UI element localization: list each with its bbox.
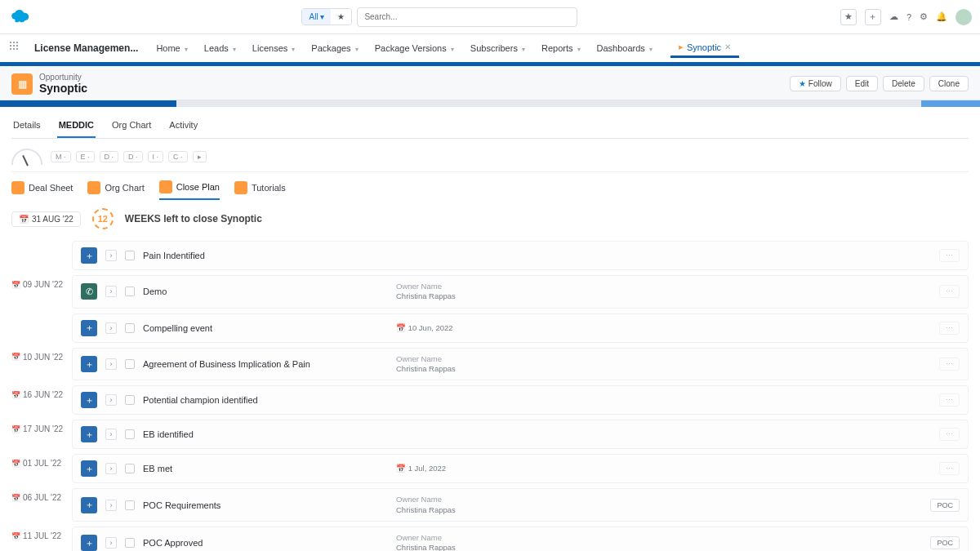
close-plan-card[interactable]: ＋›Pain Indentified⋯ xyxy=(72,241,969,270)
edit-button[interactable]: Edit xyxy=(846,76,878,91)
subtab-dealsheet[interactable]: Deal Sheet xyxy=(11,177,73,200)
close-plan-card[interactable]: ＋›POC ApprovedOwner NameChristina Rappas… xyxy=(72,527,969,551)
expand-icon[interactable]: › xyxy=(105,358,117,370)
nav-item[interactable]: Licenses ▾ xyxy=(246,38,301,58)
task-checkbox[interactable] xyxy=(125,251,135,260)
record-type: Opportunity xyxy=(39,73,87,82)
global-search-input[interactable] xyxy=(357,7,577,27)
row-date: 📅 16 JUN '22 xyxy=(11,385,64,399)
card-menu-icon[interactable]: ⋯ xyxy=(939,428,960,441)
record-name: Synoptic xyxy=(39,82,87,95)
nav-item[interactable]: Packages ▾ xyxy=(305,38,364,58)
expand-icon[interactable]: › xyxy=(105,500,117,511)
follow-button[interactable]: ★Follow xyxy=(790,76,841,91)
card-menu-icon[interactable]: ⋯ xyxy=(939,393,960,407)
expand-icon[interactable]: › xyxy=(105,429,117,440)
card-owner: Owner NameChristina Rappas xyxy=(396,354,456,375)
card-owner: Owner NameChristina Rappas xyxy=(396,533,456,551)
expand-icon[interactable]: › xyxy=(105,537,117,549)
trail-icon[interactable]: ☁ xyxy=(889,11,898,22)
score-chip[interactable]: ▸ xyxy=(193,151,207,162)
app-launcher-icon[interactable] xyxy=(10,42,23,55)
score-chip[interactable]: I · xyxy=(148,151,164,162)
favorite-icon[interactable]: ★ xyxy=(840,9,857,25)
expand-icon[interactable]: › xyxy=(105,250,117,261)
tab-details[interactable]: Details xyxy=(11,115,42,138)
score-chip[interactable]: M · xyxy=(51,151,71,162)
subtab-orgchart[interactable]: Org Chart xyxy=(87,177,144,200)
task-checkbox[interactable] xyxy=(125,359,135,369)
app-nav: License Managemen... Home ▾Leads ▾Licens… xyxy=(0,34,980,64)
close-plan-card[interactable]: ＋›Compelling event📅 10 Jun, 2022⋯ xyxy=(72,313,969,343)
nav-item[interactable]: Dashboards ▾ xyxy=(590,38,659,58)
nav-item[interactable]: Subscribers ▾ xyxy=(464,38,532,58)
score-strip: M · E · D · D · I · C · ▸ xyxy=(11,145,969,172)
card-menu-icon[interactable]: ⋯ xyxy=(939,322,960,335)
global-header: All ▾★ ★ ＋ ☁ ? ⚙ 🔔 xyxy=(0,0,980,34)
weeks-text: WEEKS left to close Synoptic xyxy=(125,213,262,224)
expand-icon[interactable]: › xyxy=(105,286,117,297)
weeks-remaining: 📅31 AUG '22 12 WEEKS left to close Synop… xyxy=(11,208,969,229)
close-plan-card[interactable]: ＋›EB met📅 1 Jul, 2022⋯ xyxy=(72,454,969,483)
close-icon[interactable]: ✕ xyxy=(724,42,731,51)
card-title: POC Approved xyxy=(143,538,388,548)
card-menu-icon[interactable]: ⋯ xyxy=(939,462,960,475)
score-chip[interactable]: C · xyxy=(168,151,188,162)
path-progress[interactable] xyxy=(0,100,980,107)
card-menu-icon[interactable]: ⋯ xyxy=(939,285,960,298)
card-title: Agreement of Business Implication & Pain xyxy=(143,359,388,369)
delete-button[interactable]: Delete xyxy=(883,76,924,91)
notification-icon[interactable]: 🔔 xyxy=(936,11,947,22)
close-date-chip[interactable]: 📅31 AUG '22 xyxy=(11,211,81,227)
subtab-tutorials[interactable]: Tutorials xyxy=(234,177,286,200)
header-icons: ★ ＋ ☁ ? ⚙ 🔔 xyxy=(840,9,972,25)
close-plan-card[interactable]: ＋›Potential champion identified⋯ xyxy=(72,385,969,415)
clone-button[interactable]: Clone xyxy=(929,76,969,91)
workspace-tab[interactable]: ▸Synoptic✕ xyxy=(670,38,739,58)
avatar-icon[interactable] xyxy=(956,9,972,25)
add-icon[interactable]: ＋ xyxy=(865,9,881,25)
add-icon: ＋ xyxy=(81,320,97,336)
nav-item[interactable]: Leads ▾ xyxy=(198,38,243,58)
add-icon: ＋ xyxy=(81,247,97,264)
tab-meddic[interactable]: MEDDIC xyxy=(57,115,96,138)
scope-toggle[interactable]: All ▾★ xyxy=(301,8,352,25)
score-chip[interactable]: D · xyxy=(100,151,119,162)
card-menu-icon[interactable]: ⋯ xyxy=(939,249,960,262)
task-checkbox[interactable] xyxy=(125,395,135,405)
tab-activity[interactable]: Activity xyxy=(167,115,199,138)
task-checkbox[interactable] xyxy=(125,429,135,439)
close-plan-card[interactable]: ＋›EB identified⋯ xyxy=(72,420,969,449)
card-menu-icon[interactable]: ⋯ xyxy=(939,358,960,371)
nav-item[interactable]: Reports ▾ xyxy=(535,38,587,58)
score-chip[interactable]: E · xyxy=(76,151,95,162)
weeks-badge: 12 xyxy=(92,208,114,229)
meddic-subtabs: Deal Sheet Org Chart Close Plan Tutorial… xyxy=(11,177,969,200)
add-icon: ＋ xyxy=(81,392,97,408)
row-date: 📅 01 JUL '22 xyxy=(11,454,64,468)
task-checkbox[interactable] xyxy=(125,287,135,296)
score-chip[interactable]: D · xyxy=(123,151,143,162)
tab-orgchart[interactable]: Org Chart xyxy=(110,115,153,138)
close-plan-rows: ＋›Pain Indentified⋯📅 09 JUN '22✆›DemoOwn… xyxy=(11,241,969,551)
task-checkbox[interactable] xyxy=(125,323,135,333)
card-title: Pain Indentified xyxy=(143,251,388,260)
subtab-closeplan[interactable]: Close Plan xyxy=(159,177,220,200)
nav-item[interactable]: Home ▾ xyxy=(149,38,194,58)
card-date: 📅 10 Jun, 2022 xyxy=(396,323,453,333)
close-plan-card[interactable]: ＋›POC RequirementsOwner NameChristina Ra… xyxy=(72,488,969,522)
expand-icon[interactable]: › xyxy=(105,394,117,406)
task-checkbox[interactable] xyxy=(125,500,135,510)
add-icon: ＋ xyxy=(81,426,97,442)
expand-icon[interactable]: › xyxy=(105,463,117,474)
task-checkbox[interactable] xyxy=(125,538,135,548)
task-checkbox[interactable] xyxy=(125,464,135,473)
row-date: 📅 10 JUN '22 xyxy=(11,348,64,362)
expand-icon[interactable]: › xyxy=(105,322,117,334)
close-plan-card[interactable]: ✆›DemoOwner NameChristina Rappas⋯ xyxy=(72,275,969,309)
nav-item[interactable]: Package Versions ▾ xyxy=(368,38,461,58)
help-icon[interactable]: ? xyxy=(906,12,911,22)
close-plan-card[interactable]: ＋›Agreement of Business Implication & Pa… xyxy=(72,348,969,381)
setup-icon[interactable]: ⚙ xyxy=(920,11,928,22)
record-header: ▦ Opportunity Synoptic ★Follow Edit Dele… xyxy=(0,64,980,100)
